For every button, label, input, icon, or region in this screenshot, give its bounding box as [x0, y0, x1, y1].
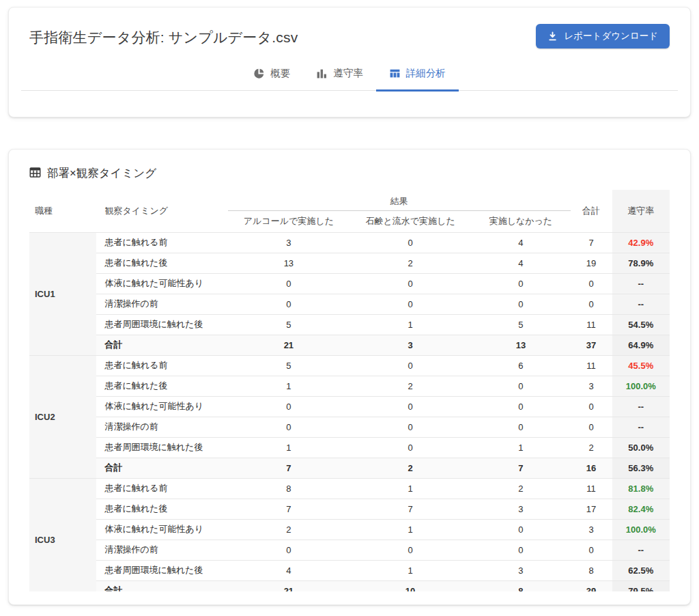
compliance-rate-value: -- — [612, 417, 670, 437]
table-row: 清潔操作の前0000-- — [29, 294, 670, 314]
download-button-label: レポートダウンロード — [564, 30, 658, 42]
column-header-occupation: 職種 — [29, 190, 96, 232]
count-alcohol: 2 — [228, 519, 350, 540]
count-none: 1 — [471, 437, 570, 458]
count-total: 0 — [571, 417, 612, 437]
count-total: 0 — [571, 540, 612, 560]
count-none: 0 — [471, 294, 570, 314]
timing-label: 体液に触れた可能性あり — [96, 273, 227, 294]
count-soap: 2 — [350, 458, 471, 478]
count-alcohol: 3 — [228, 232, 350, 253]
count-none: 6 — [471, 355, 570, 376]
report-download-button[interactable]: レポートダウンロード — [536, 24, 670, 48]
count-total: 11 — [571, 355, 612, 376]
download-icon — [547, 31, 558, 42]
group-total-row: 合計7271656.3% — [29, 458, 670, 478]
count-alcohol: 4 — [228, 560, 350, 580]
count-soap: 1 — [350, 560, 471, 580]
count-alcohol: 0 — [228, 294, 350, 314]
table-scroll-region: 職種 観察タイミング 結果 合計 遵守率 アルコールで実施した 石鹸と流水で実施… — [29, 190, 670, 591]
count-none: 7 — [471, 458, 570, 478]
compliance-rate-value: 45.5% — [612, 355, 670, 376]
count-alcohol: 0 — [228, 273, 350, 294]
header-card: 手指衛生データ分析: サンプルデータ.csv レポートダウンロード 概要 — [8, 7, 691, 117]
count-alcohol: 1 — [228, 437, 350, 458]
tab-compliance-rate[interactable]: 遵守率 — [303, 58, 376, 90]
table-row: 患者に触れた後7731782.4% — [29, 499, 670, 519]
compliance-rate-value: 81.8% — [612, 478, 670, 499]
count-none: 3 — [471, 499, 570, 519]
table-header-row-1: 職種 観察タイミング 結果 合計 遵守率 — [29, 190, 670, 210]
count-alcohol: 1 — [228, 376, 350, 396]
count-none: 4 — [471, 253, 570, 273]
count-soap: 10 — [350, 580, 471, 591]
column-header-timing: 観察タイミング — [96, 190, 227, 232]
timing-label: 合計 — [96, 335, 227, 355]
card-title-row: 部署×観察タイミング — [21, 166, 678, 181]
timing-label: 清潔操作の前 — [96, 417, 227, 437]
count-total: 39 — [571, 580, 612, 591]
count-soap: 1 — [350, 314, 471, 335]
timing-label: 患者に触れた後 — [96, 499, 227, 519]
table-row: 患者周囲環境に触れた後413862.5% — [29, 560, 670, 580]
count-total: 16 — [571, 458, 612, 478]
timing-label: 患者周囲環境に触れた後 — [96, 314, 227, 335]
compliance-rate-value: -- — [612, 396, 670, 417]
table-row: 患者周囲環境に触れた後101250.0% — [29, 437, 670, 458]
count-total: 19 — [571, 253, 612, 273]
compliance-rate-value: 64.9% — [612, 335, 670, 355]
count-none: 3 — [471, 560, 570, 580]
header-row: 手指衛生データ分析: サンプルデータ.csv レポートダウンロード — [21, 24, 678, 48]
count-soap: 2 — [350, 376, 471, 396]
count-alcohol: 21 — [228, 335, 350, 355]
count-total: 11 — [571, 478, 612, 499]
tab-overview[interactable]: 概要 — [240, 58, 303, 90]
compliance-rate-value: 82.4% — [612, 499, 670, 519]
count-alcohol: 5 — [228, 314, 350, 335]
count-alcohol: 7 — [228, 499, 350, 519]
count-none: 0 — [471, 396, 570, 417]
table-icon — [389, 68, 401, 79]
table-row: ICU2患者に触れる前5061145.5% — [29, 355, 670, 376]
tab-label: 遵守率 — [333, 67, 363, 80]
count-alcohol: 13 — [228, 253, 350, 273]
department-label: ICU2 — [29, 355, 96, 478]
group-total-row: 合計211083979.5% — [29, 580, 670, 591]
count-total: 17 — [571, 499, 612, 519]
count-soap: 0 — [350, 396, 471, 417]
count-alcohol: 0 — [228, 396, 350, 417]
count-total: 3 — [571, 376, 612, 396]
count-total: 2 — [571, 437, 612, 458]
table-row: ICU3患者に触れる前8121181.8% — [29, 478, 670, 499]
count-total: 37 — [571, 335, 612, 355]
count-soap: 0 — [350, 540, 471, 560]
column-header-none: 実施しなかった — [471, 210, 570, 232]
count-alcohol: 7 — [228, 458, 350, 478]
compliance-rate-value: -- — [612, 540, 670, 560]
grid-icon — [29, 167, 41, 181]
count-soap: 1 — [350, 478, 471, 499]
count-none: 0 — [471, 273, 570, 294]
count-soap: 0 — [350, 355, 471, 376]
count-none: 0 — [471, 540, 570, 560]
tab-label: 概要 — [270, 67, 290, 80]
table-row: 患者に触れた後1203100.0% — [29, 376, 670, 396]
count-alcohol: 8 — [228, 478, 350, 499]
column-header-alcohol: アルコールで実施した — [228, 210, 350, 232]
department-label: ICU3 — [29, 478, 96, 591]
count-none: 4 — [471, 232, 570, 253]
count-none: 8 — [471, 580, 570, 591]
timing-label: 患者に触れる前 — [96, 478, 227, 499]
count-soap: 0 — [350, 417, 471, 437]
count-none: 0 — [471, 519, 570, 540]
count-total: 7 — [571, 232, 612, 253]
count-alcohol: 0 — [228, 417, 350, 437]
column-header-compliance-rate: 遵守率 — [612, 190, 670, 232]
table-row: 体液に触れた可能性あり0000-- — [29, 396, 670, 417]
table-row: 患者周囲環境に触れた後5151154.5% — [29, 314, 670, 335]
count-alcohol: 21 — [228, 580, 350, 591]
timing-label: 体液に触れた可能性あり — [96, 396, 227, 417]
tab-detail-analysis[interactable]: 詳細分析 — [376, 58, 459, 90]
table-row: 患者に触れた後13241978.9% — [29, 253, 670, 273]
compliance-rate-value: 79.5% — [612, 580, 670, 591]
